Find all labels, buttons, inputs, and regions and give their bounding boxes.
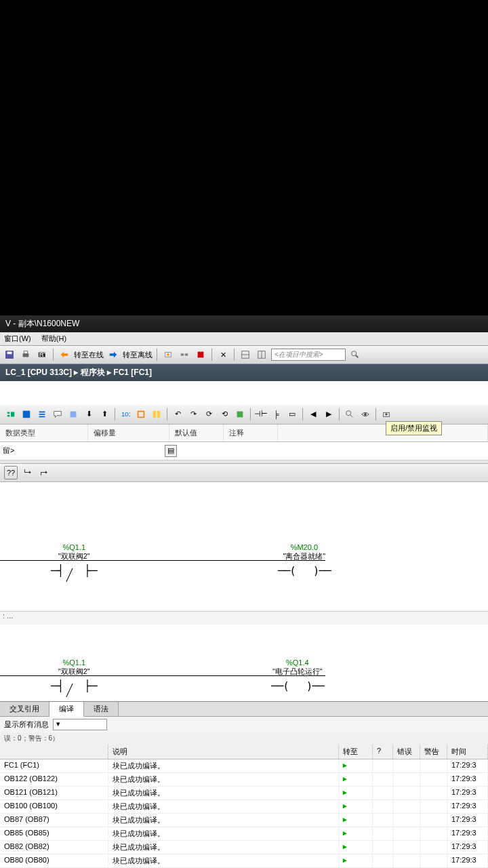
message-row[interactable]: OB122 (OB122)块已成功编译。▸17:29:3 bbox=[0, 773, 488, 787]
col-comment[interactable]: 注释 bbox=[224, 425, 278, 441]
compile-icon[interactable] bbox=[233, 408, 247, 421]
msg-desc: 块已成功编译。 bbox=[108, 854, 339, 867]
prev-icon[interactable]: ◀ bbox=[306, 408, 320, 421]
list-icon[interactable] bbox=[35, 408, 49, 421]
svg-point-7 bbox=[167, 353, 169, 356]
nc-contact[interactable]: %Q1.1 "双联阀2" ─┤ ├─ bbox=[51, 658, 98, 692]
ladder-rung-2[interactable]: %Q1.1 "双联阀2" ─┤ ├─ %Q1.4 "电子凸轮运行" ──( )─… bbox=[0, 638, 488, 699]
go-online-label[interactable]: 转至在线 bbox=[74, 350, 104, 360]
message-row[interactable]: FC1 (FC1)块已成功编译。▸17:29:3 bbox=[0, 760, 488, 773]
layout2-icon[interactable] bbox=[255, 348, 268, 361]
snapshot-icon[interactable] bbox=[380, 408, 393, 421]
message-row[interactable]: OB82 (OB82)块已成功编译。▸17:29:3 bbox=[0, 841, 488, 854]
msg-goto-icon[interactable]: ▸ bbox=[339, 814, 373, 827]
msg-goto-icon[interactable]: ▸ bbox=[339, 787, 373, 800]
format-icon[interactable] bbox=[150, 408, 163, 421]
empty-box-icon[interactable]: ▭ bbox=[285, 408, 299, 421]
print-icon[interactable] bbox=[19, 348, 33, 361]
rt-icon[interactable]: RT bbox=[35, 348, 49, 361]
col-warn[interactable]: 警告 bbox=[420, 745, 447, 759]
undo-icon[interactable]: ↶ bbox=[171, 408, 184, 421]
go-offline-icon[interactable] bbox=[106, 348, 120, 361]
message-table: 说明 转至 ? 错误 警告 时间 FC1 (FC1)块已成功编译。▸17:29:… bbox=[0, 745, 488, 868]
stop-icon[interactable] bbox=[194, 348, 207, 361]
redo-icon[interactable]: ↷ bbox=[186, 408, 200, 421]
branch-icon[interactable]: ╞ bbox=[270, 408, 283, 421]
message-row[interactable]: OB121 (OB121)块已成功编译。▸17:29:3 bbox=[0, 787, 488, 800]
sync-icon[interactable]: ⟲ bbox=[218, 408, 231, 421]
close-branch-icon[interactable]: ⮣ bbox=[37, 466, 50, 479]
separator bbox=[375, 408, 376, 420]
comment-icon[interactable] bbox=[51, 408, 64, 421]
coil-address: %M20.0 bbox=[278, 543, 331, 551]
disconnect-icon[interactable] bbox=[178, 348, 191, 361]
open-branch-icon[interactable]: ⮡ bbox=[20, 466, 34, 479]
col-offset[interactable]: 偏移量 bbox=[88, 425, 169, 441]
tab-syntax[interactable]: 语法 bbox=[84, 702, 119, 716]
insert-icon[interactable] bbox=[66, 408, 80, 421]
col-desc[interactable]: 说明 bbox=[108, 745, 339, 759]
go-online-icon[interactable] bbox=[58, 348, 71, 361]
msg-goto-icon[interactable]: ▸ bbox=[339, 841, 373, 854]
block-interface-icon[interactable] bbox=[20, 408, 33, 421]
message-row[interactable]: OB80 (OB80)块已成功编译。▸17:29:3 bbox=[0, 854, 488, 868]
svg-rect-9 bbox=[185, 353, 188, 356]
message-row[interactable]: OB85 (OB85)块已成功编译。▸17:29:3 bbox=[0, 827, 488, 841]
network-separator: : ... bbox=[0, 611, 488, 625]
msg-err bbox=[393, 773, 420, 786]
col-default[interactable]: 默认值 bbox=[169, 425, 224, 441]
rung-rail bbox=[0, 560, 325, 561]
output-coil[interactable]: %Q1.4 "电子凸轮运行" ──( )── bbox=[271, 658, 324, 692]
tab-compile[interactable]: 编译 bbox=[49, 702, 84, 717]
col-q[interactable]: ? bbox=[373, 745, 393, 759]
message-row[interactable]: OB87 (OB87)块已成功编译。▸17:29:3 bbox=[0, 814, 488, 827]
interface-row[interactable]: 留> ▤ bbox=[0, 442, 488, 460]
col-datatype[interactable]: 数据类型 bbox=[0, 425, 88, 441]
monitor-icon[interactable] bbox=[359, 408, 372, 421]
col-goto[interactable]: 转至 bbox=[339, 745, 373, 759]
msg-goto-icon[interactable]: ▸ bbox=[339, 800, 373, 813]
msg-err bbox=[393, 814, 420, 827]
ladder-rung-1[interactable]: %Q1.1 "双联阀2" ─┤ ├─ %M20.0 "离合器就绪" ──( )─… bbox=[0, 523, 488, 584]
msg-q bbox=[373, 814, 393, 827]
ladder-editor[interactable]: %Q1.1 "双联阀2" ─┤ ├─ %M20.0 "离合器就绪" ──( )─… bbox=[0, 482, 488, 701]
msg-goto-icon[interactable]: ▸ bbox=[339, 760, 373, 772]
lad-box-icon[interactable]: ?? bbox=[4, 466, 18, 479]
menu-window[interactable]: 窗口(W) bbox=[4, 334, 31, 342]
col-time[interactable]: 时间 bbox=[447, 745, 488, 759]
search-icon[interactable] bbox=[348, 348, 362, 361]
col-err[interactable]: 错误 bbox=[393, 745, 420, 759]
next-icon[interactable]: ▶ bbox=[322, 408, 336, 421]
msg-goto-icon[interactable]: ▸ bbox=[339, 827, 373, 840]
lad-101-icon[interactable]: 101 bbox=[119, 408, 132, 421]
filter-dropdown[interactable]: ▾ bbox=[53, 719, 107, 730]
message-row[interactable]: OB100 (OB100)块已成功编译。▸17:29:3 bbox=[0, 800, 488, 814]
separator bbox=[167, 408, 167, 420]
output-coil[interactable]: %M20.0 "离合器就绪" ──( )── bbox=[278, 543, 331, 577]
network-view-icon[interactable] bbox=[4, 408, 18, 421]
accessible-devices-icon[interactable] bbox=[161, 348, 175, 361]
msg-goto-icon[interactable]: ▸ bbox=[339, 854, 373, 867]
separator bbox=[157, 349, 157, 361]
dropdown-icon[interactable]: ▤ bbox=[165, 445, 177, 457]
spacer bbox=[0, 381, 488, 405]
separator bbox=[302, 408, 303, 420]
find-tag-icon[interactable] bbox=[343, 408, 357, 421]
col-path[interactable] bbox=[0, 745, 108, 759]
menu-help[interactable]: 帮助(H) bbox=[41, 334, 66, 342]
tab-crossref[interactable]: 交叉引用 bbox=[0, 702, 49, 716]
refresh-icon[interactable]: ⟳ bbox=[202, 408, 216, 421]
coil-address: %Q1.4 bbox=[271, 658, 324, 667]
box-icon[interactable] bbox=[134, 408, 148, 421]
upload-icon[interactable]: ⬆ bbox=[98, 408, 111, 421]
msg-goto-icon[interactable]: ▸ bbox=[339, 773, 373, 786]
close-icon[interactable]: ✕ bbox=[216, 348, 230, 361]
nc-contact[interactable]: %Q1.1 "双联阀2" ─┤ ├─ bbox=[51, 543, 98, 577]
download-icon[interactable]: ⬇ bbox=[82, 408, 96, 421]
contact-icon[interactable]: ⊣⊢ bbox=[254, 408, 268, 421]
project-search-input[interactable]: <在项目中搜索> bbox=[271, 349, 346, 361]
layout1-icon[interactable] bbox=[239, 348, 252, 361]
separator bbox=[234, 349, 235, 361]
save-icon[interactable] bbox=[3, 348, 16, 361]
go-offline-label[interactable]: 转至离线 bbox=[123, 350, 152, 360]
